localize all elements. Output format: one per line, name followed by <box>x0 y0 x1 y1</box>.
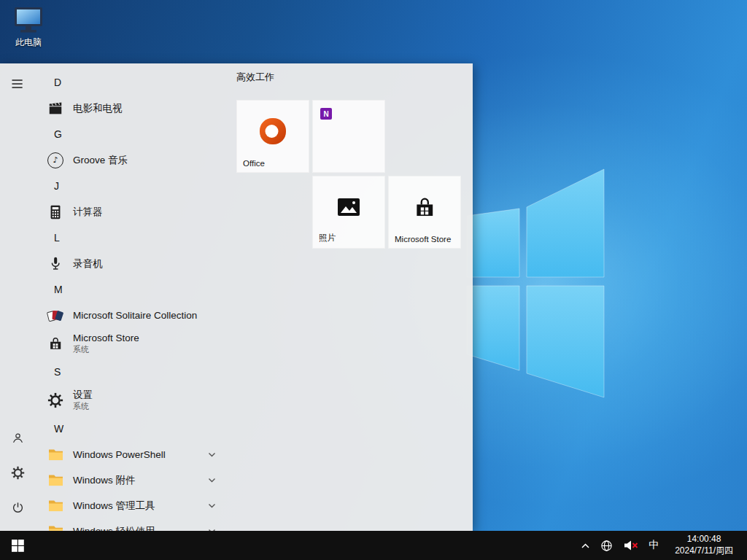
section-letter: G <box>54 128 62 140</box>
tile-label: Microsoft Store <box>395 235 451 244</box>
folder-icon <box>47 472 64 489</box>
store-bag-icon <box>47 335 64 352</box>
folder-label: Windows PowerShell <box>73 449 166 460</box>
app-item-settings[interactable]: 设置 系统 <box>35 385 226 416</box>
microphone-icon <box>47 255 64 273</box>
office-icon <box>258 116 288 149</box>
section-letter: L <box>54 232 60 244</box>
folder-item-windows-powershell[interactable]: Windows PowerShell <box>35 442 226 467</box>
tile-label: Office <box>243 159 265 168</box>
app-item-voice-recorder[interactable]: 录音机 <box>35 251 226 276</box>
app-label: 计算器 <box>73 206 103 219</box>
tile-label: 照片 <box>319 233 336 244</box>
gear-icon <box>11 466 25 480</box>
app-label: Microsoft Store <box>73 332 139 345</box>
volume-button[interactable] <box>618 531 643 560</box>
user-icon <box>11 431 25 445</box>
ime-indicator[interactable]: 中 <box>643 531 664 560</box>
power-button[interactable] <box>0 490 35 525</box>
folder-item-windows-ease-of-access[interactable]: Windows 轻松使用 <box>35 518 226 531</box>
folder-label: Windows 管理工具 <box>73 499 155 513</box>
ime-label: 中 <box>649 539 659 552</box>
app-item-microsoft-store[interactable]: Microsoft Store 系统 <box>35 328 226 359</box>
onenote-icon: N <box>320 108 332 120</box>
tiles-panel: 高效工作 Office N <box>236 63 473 531</box>
folder-icon <box>47 446 64 464</box>
chevron-down-icon <box>208 452 216 457</box>
windows-flag-icon <box>12 540 24 552</box>
hamburger-icon <box>10 77 25 91</box>
calculator-icon <box>47 203 64 221</box>
app-label: Groove 音乐 <box>73 154 128 167</box>
app-sublabel: 系统 <box>73 402 93 412</box>
user-account-button[interactable] <box>0 420 35 455</box>
section-letter: W <box>54 423 63 435</box>
volume-muted-icon <box>623 540 638 551</box>
network-button[interactable] <box>595 531 618 560</box>
tile-group-title-text: 高效工作 <box>236 71 274 84</box>
taskbar: 中 14:00:48 2024/7/11/周四 <box>0 531 747 560</box>
tray-date: 2024/7/11/周四 <box>675 545 733 556</box>
tile-office[interactable]: Office <box>236 100 309 173</box>
section-header-m[interactable]: M <box>35 276 226 303</box>
photos-icon <box>336 196 361 221</box>
section-header-l[interactable]: L <box>35 225 226 251</box>
section-header-s[interactable]: S <box>35 359 226 385</box>
chevron-down-icon <box>208 478 216 483</box>
chevron-up-icon <box>581 542 590 549</box>
app-label: 电影和电视 <box>73 102 123 115</box>
store-bag-icon <box>412 195 437 222</box>
section-header-j[interactable]: J <box>35 173 226 199</box>
section-header-d[interactable]: D <box>35 69 226 96</box>
tile-microsoft-store[interactable]: Microsoft Store <box>388 176 461 249</box>
start-menu: D 电影和电视 G ♪ Groove 音乐 J <box>0 63 473 531</box>
folder-label: Windows 附件 <box>73 474 136 487</box>
gear-icon <box>47 392 64 409</box>
desktop-icon-this-pc[interactable]: 此电脑 <box>6 6 51 49</box>
app-item-solitaire[interactable]: Microsoft Solitaire Collection <box>35 303 226 328</box>
tile-photos[interactable]: 照片 <box>312 176 385 249</box>
start-button[interactable] <box>0 531 35 560</box>
section-letter: M <box>54 284 63 295</box>
clock[interactable]: 14:00:48 2024/7/11/周四 <box>664 531 744 560</box>
app-list: D 电影和电视 G ♪ Groove 音乐 J <box>35 63 226 531</box>
tray-expand-button[interactable] <box>576 531 595 560</box>
section-letter: J <box>54 180 59 192</box>
network-globe-icon <box>600 540 613 552</box>
monitor-icon <box>12 6 44 35</box>
app-item-groove-music[interactable]: ♪ Groove 音乐 <box>35 147 226 173</box>
app-label: 设置 <box>73 389 93 402</box>
tile-onenote[interactable]: N <box>312 100 385 173</box>
expand-menu-button[interactable] <box>0 66 35 101</box>
movies-tv-icon <box>47 100 64 117</box>
section-header-g[interactable]: G <box>35 121 226 147</box>
groove-icon: ♪ <box>47 152 64 169</box>
folder-icon <box>47 497 64 515</box>
folder-item-windows-accessories[interactable]: Windows 附件 <box>35 467 226 493</box>
this-pc-label: 此电脑 <box>15 36 42 49</box>
power-icon <box>11 501 25 515</box>
folder-icon <box>47 523 64 532</box>
section-letter: S <box>54 366 61 378</box>
app-sublabel: 系统 <box>73 345 139 355</box>
solitaire-icon <box>47 307 64 324</box>
rail-settings-button[interactable] <box>0 455 35 490</box>
folder-item-windows-admin-tools[interactable]: Windows 管理工具 <box>35 493 226 518</box>
app-label: Microsoft Solitaire Collection <box>73 310 197 321</box>
tray-time: 14:00:48 <box>687 534 721 544</box>
app-item-calculator[interactable]: 计算器 <box>35 199 226 225</box>
folder-label: Windows 轻松使用 <box>73 525 155 532</box>
system-tray: 中 14:00:48 2024/7/11/周四 <box>576 531 747 560</box>
section-header-w[interactable]: W <box>35 416 226 442</box>
chevron-down-icon <box>208 503 216 508</box>
app-label: 录音机 <box>73 257 103 271</box>
start-menu-rail <box>0 63 35 531</box>
section-letter: D <box>54 77 61 88</box>
app-item-movies-tv[interactable]: 电影和电视 <box>35 96 226 121</box>
